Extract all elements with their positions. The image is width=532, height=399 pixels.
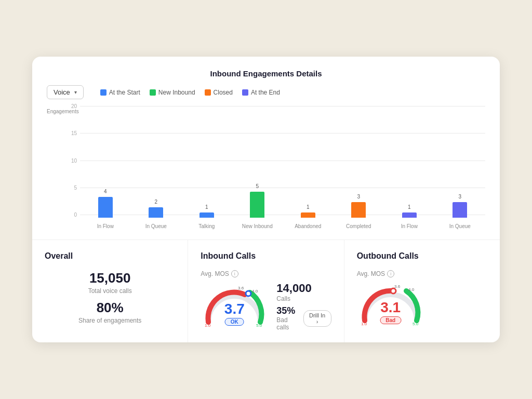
inbound-gauge-svg: 1.0 5.0 3.6 4.0 3.7 OK [201,283,268,330]
bar-label: New Inbound [242,223,273,229]
legend-dot [150,89,156,96]
bar[interactable]: 4 [98,197,113,218]
outbound-info-icon: i [387,270,394,277]
bar-value: 1 [408,204,411,210]
bar-value: 5 [256,183,259,189]
legend-dot [242,89,248,96]
inbound-title: Inbound Calls [201,251,331,261]
grid-tick: 20 [68,103,77,109]
bottom-cards: Overall 15,050 Total voice calls 80% Sha… [32,240,500,342]
bar[interactable]: 2 [149,207,163,218]
inbound-right-stats: 14,000 Calls 35% Bad calls Drill In › [276,282,331,331]
grid-tick: 5 [68,185,77,191]
bar-value: 4 [104,189,107,194]
overall-card: Overall 15,050 Total voice calls 80% Sha… [32,240,188,342]
outbound-avg-mos-label: Avg. MOS i [357,270,394,277]
chart-controls: Voice ▾ At the StartNew InboundClosedAt … [47,85,485,99]
inbound-card: Inbound Calls Avg. MOS i [188,240,344,342]
outbound-gauge-value: 3.1 [380,300,401,315]
bar[interactable]: 3 [453,202,467,218]
bar-value: 2 [154,199,157,205]
inbound-gauge-value: 3.7 [224,302,245,316]
legend-label: At the Start [109,89,140,96]
svg-text:1.0: 1.0 [361,322,367,326]
bar-group: 5 New Inbound [232,103,283,218]
bar-label: Talking [198,223,215,229]
bar[interactable]: 1 [301,212,315,218]
grid-tick: 10 [68,158,77,164]
share-label: Share of engagements [45,317,175,324]
svg-point-5 [391,288,396,294]
bar-value: 3 [357,194,360,200]
bars-container: 4 In Flow 2 In Queue 1 Talking 5 New Inb… [80,103,485,218]
legend-item: At the Start [100,89,140,96]
total-calls-metric: 15,050 Total voice calls [45,270,175,295]
inbound-gauge-area: Avg. MOS i [201,270,331,331]
legend-dot [205,89,211,96]
overall-title: Overall [45,251,175,261]
legend-label: Closed [214,89,233,96]
outbound-gauge-area: Avg. MOS i 1.0 [357,270,487,328]
total-calls-value: 15,050 [45,270,175,286]
legend-item: Closed [205,89,233,96]
legend-label: New Inbound [158,89,195,96]
svg-point-0 [246,291,251,296]
bar-group: 2 In Queue [131,103,182,218]
inbound-gauge-wrapper: 1.0 5.0 3.6 4.0 3.7 OK 14,000 [201,282,331,331]
bar-value: 1 [307,204,310,210]
svg-text:4.0: 4.0 [252,289,258,294]
svg-text:1.0: 1.0 [205,323,211,327]
chart-section: Inbound Engagements Details Voice ▾ At t… [32,57,500,240]
bar[interactable]: 1 [200,212,214,218]
svg-text:5.0: 5.0 [413,322,419,326]
share-value: 80% [45,300,175,316]
outbound-gauge-svg: 1.0 5.0 3.6 4.0 3.1 Bad [357,282,424,328]
inbound-avg-mos-label: Avg. MOS i [201,270,238,277]
info-icon: i [231,270,238,277]
legend-label: At the End [251,89,280,96]
bar[interactable]: 1 [402,212,417,218]
svg-text:5.0: 5.0 [256,323,262,327]
bar-label: In Queue [145,223,167,229]
bar[interactable]: 3 [351,202,366,218]
bar-group: 1 Talking [181,103,232,218]
svg-text:3.6: 3.6 [394,284,401,289]
outbound-card: Outbound Calls Avg. MOS i [344,240,500,342]
bar-value: 3 [458,194,461,200]
grid-tick: 15 [68,130,77,136]
bar-value: 1 [205,204,208,210]
chart-grid: 20151050 4 In Flow 2 In Queue 1 Talking … [68,103,485,218]
total-calls-label: Total voice calls [45,287,175,295]
drill-in-button[interactable]: Drill In › [303,310,331,327]
chart-title: Inbound Engagements Details [47,69,485,78]
bar-label: Abandoned [295,223,321,229]
legend: At the StartNew InboundClosedAt the End [100,89,280,96]
outbound-gauge-center: 3.1 Bad [380,300,401,324]
bar-group: 1 Abandoned [283,103,334,218]
bar-label: In Flow [97,223,114,229]
outbound-gauge-badge: Bad [380,316,401,324]
bar[interactable]: 5 [250,192,264,218]
bar-label: In Flow [401,223,418,229]
bar-group: 1 In Flow [384,103,435,218]
dropdown-label: Voice [54,88,70,96]
legend-dot [100,89,107,96]
legend-item: At the End [242,89,280,96]
inbound-gauge-badge: OK [225,318,244,326]
grid-tick: 0 [68,212,77,218]
voice-dropdown[interactable]: Voice ▾ [47,85,84,99]
bar-group: 4 In Flow [80,103,131,218]
svg-text:3.6: 3.6 [238,286,244,290]
outbound-title: Outbound Calls [357,251,487,261]
bar-label: Completed [346,223,371,229]
share-metric: 80% Share of engagements [45,300,175,324]
bar-group: 3 In Queue [435,103,486,218]
inbound-calls-value: 14,000 Calls [276,282,331,302]
svg-text:4.0: 4.0 [408,287,415,292]
bad-calls-row: 35% Bad calls Drill In › [276,305,331,331]
legend-item: New Inbound [150,89,195,96]
outbound-gauge-wrapper: 1.0 5.0 3.6 4.0 3.1 Bad [357,282,487,328]
bar-label: In Queue [449,223,471,229]
bar-group: 3 Completed [334,103,384,218]
chart-area: Engagements 20151050 4 In Flow 2 In Queu… [47,103,485,233]
